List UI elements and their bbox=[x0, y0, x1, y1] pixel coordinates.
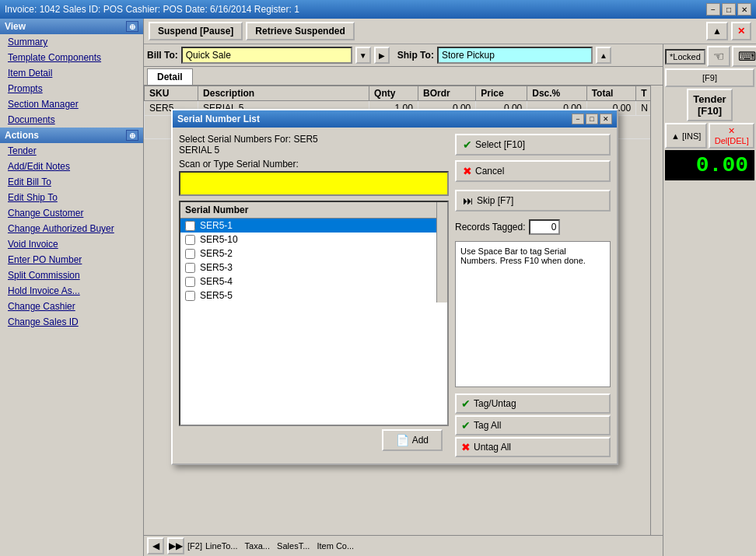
serial-checkbox-ser5-5[interactable] bbox=[185, 291, 195, 301]
serial-label-ser5-3: SER5-3 bbox=[200, 262, 233, 273]
serial-label-ser5-4: SER5-4 bbox=[200, 276, 233, 287]
add-button[interactable]: 📄 Add bbox=[382, 429, 443, 451]
serial-list: Serial Number SER5-1 SER5-10 bbox=[180, 202, 436, 302]
cancel-button[interactable]: ✖ Cancel bbox=[455, 160, 611, 182]
serial-checkbox-ser5-1[interactable] bbox=[185, 221, 195, 231]
serial-item-ser5-1[interactable]: SER5-1 bbox=[180, 219, 436, 233]
info-text: Use Space Bar to tag Serial Numbers. Pre… bbox=[460, 247, 586, 265]
untag-all-icon: ✖ bbox=[461, 441, 471, 453]
records-tagged-label: Records Tagged: bbox=[455, 222, 526, 233]
add-icon: 📄 bbox=[396, 434, 409, 446]
info-box: Use Space Bar to tag Serial Numbers. Pre… bbox=[455, 241, 611, 387]
serial-list-wrapper: Serial Number SER5-1 SER5-10 bbox=[180, 202, 447, 302]
skip-icon: ⏭ bbox=[463, 194, 474, 207]
serial-checkbox-ser5-10[interactable] bbox=[185, 235, 195, 245]
serial-number-modal: Serial Number List − □ ✕ Select Serial N… bbox=[171, 109, 618, 465]
skip-button[interactable]: ⏭ Skip [F7] bbox=[455, 190, 611, 212]
records-tagged-row: Records Tagged: bbox=[455, 219, 611, 235]
select-button[interactable]: ✔ Select [F10] bbox=[455, 134, 611, 156]
modal-close-button[interactable]: ✕ bbox=[600, 114, 612, 124]
tag-btn-group: ✔ Tag/Untag ✔ Tag All ✖ Untag All bbox=[455, 393, 611, 457]
modal-minimize-button[interactable]: − bbox=[572, 114, 584, 124]
modal-left: Select Serial Numbers For: SER5 SERIAL 5… bbox=[179, 134, 449, 457]
modal-maximize-button[interactable]: □ bbox=[586, 114, 598, 124]
serial-label-ser5-10: SER5-10 bbox=[200, 234, 238, 245]
untag-all-button[interactable]: ✖ Untag All bbox=[455, 437, 611, 457]
serial-item-ser5-10[interactable]: SER5-10 bbox=[180, 233, 436, 247]
scan-label: Scan or Type Serial Number: bbox=[179, 159, 449, 170]
modal-title-buttons: − □ ✕ bbox=[572, 114, 612, 124]
modal-title-bar: Serial Number List − □ ✕ bbox=[173, 110, 617, 128]
serial-list-container: Serial Number SER5-1 SER5-10 bbox=[179, 201, 449, 426]
cancel-x-icon: ✖ bbox=[463, 165, 472, 177]
serial-label-ser5-5: SER5-5 bbox=[200, 290, 233, 301]
serial-label-ser5-2: SER5-2 bbox=[200, 248, 233, 259]
scan-input[interactable] bbox=[179, 171, 449, 196]
serial-item-ser5-4[interactable]: SER5-4 bbox=[180, 275, 436, 288]
serial-list-header: Serial Number bbox=[180, 202, 436, 219]
tag-untag-button[interactable]: ✔ Tag/Untag bbox=[455, 393, 611, 414]
serial-number-col-header: Serial Number bbox=[185, 205, 248, 215]
modal-body: Select Serial Numbers For: SER5 SERIAL 5… bbox=[173, 128, 617, 463]
modal-overlay: Serial Number List − □ ✕ Select Serial N… bbox=[0, 0, 756, 556]
modal-footer: 📄 Add bbox=[179, 426, 449, 457]
tag-untag-icon: ✔ bbox=[461, 397, 471, 410]
serial-label-ser5-1: SER5-1 bbox=[200, 220, 233, 231]
records-tagged-input[interactable] bbox=[529, 219, 560, 235]
modal-title-text: Serial Number List bbox=[177, 114, 260, 124]
serial-item-ser5-2[interactable]: SER5-2 bbox=[180, 247, 436, 261]
serial-checkbox-ser5-4[interactable] bbox=[185, 277, 195, 287]
serial-checkbox-ser5-3[interactable] bbox=[185, 263, 195, 273]
select-for-label: Select Serial Numbers For: SER5 SERIAL 5 bbox=[179, 134, 449, 156]
serial-list-scrollbar[interactable] bbox=[436, 202, 447, 302]
serial-item-ser5-3[interactable]: SER5-3 bbox=[180, 261, 436, 275]
modal-right: ✔ Select [F10] ✖ Cancel ⏭ Skip [F7] Reco… bbox=[455, 134, 611, 457]
tag-all-button[interactable]: ✔ Tag All bbox=[455, 415, 611, 435]
serial-item-ser5-5[interactable]: SER5-5 bbox=[180, 288, 436, 302]
tag-all-icon: ✔ bbox=[461, 419, 471, 432]
select-check-icon: ✔ bbox=[463, 138, 472, 151]
serial-checkbox-ser5-2[interactable] bbox=[185, 249, 195, 259]
